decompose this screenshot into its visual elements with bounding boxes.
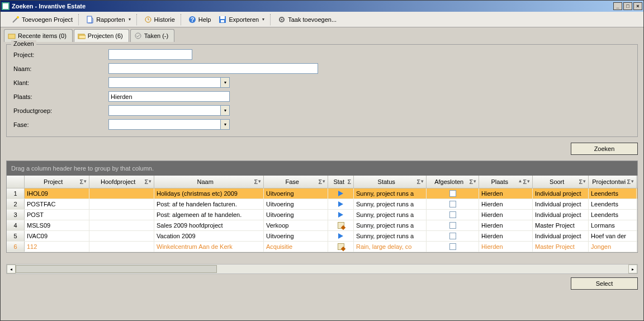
add-task-button[interactable]: Taak toevoegen... [274,15,340,25]
sigma-icon[interactable]: Σ [254,178,258,185]
chevron-down-icon[interactable]: ▾ [220,119,230,130]
help-button[interactable]: ? Help [185,15,215,25]
minimize-button[interactable]: _ [613,2,622,10]
sigma-icon[interactable]: Σ [144,178,148,185]
maximize-button[interactable]: □ [623,2,632,10]
svg-rect-9 [221,20,224,22]
table-cell: Individual project [533,188,589,199]
table-row[interactable]: 3POSTPost: algemeen af te handelen.Uitvo… [7,210,637,220]
sigma-icon[interactable]: Σ [523,178,527,185]
col-fase[interactable]: FaseΣ▾ [264,176,328,188]
col-projectontw[interactable]: ProjectontwiΣ▾ [589,176,637,188]
svg-text:?: ? [190,16,194,23]
tab-tasks[interactable]: Taken (-) [130,29,174,42]
klant-combo[interactable]: ▾ [108,77,230,88]
svg-rect-3 [87,16,92,23]
table-cell: Sales 2009 hoofdproject [154,220,264,230]
scroll-left-button[interactable]: ◂ [7,265,16,273]
sigma-icon[interactable]: Σ [627,178,631,185]
table-cell: Holidays (christmas etc) 2009 [154,188,264,199]
grid-group-bar[interactable]: Drag a column header here to group by th… [7,161,637,176]
col-hoofdproject[interactable]: HoofdprojectΣ▾ [89,176,154,188]
export-button[interactable]: Exporteren ▾ [215,15,268,25]
col-naam[interactable]: NaamΣ▾ [154,176,264,188]
play-icon [338,233,343,239]
close-button[interactable]: × [633,2,642,10]
table-cell: Sunny, project runs a [354,199,427,209]
chevron-down-icon[interactable]: ▾ [220,105,230,116]
chevron-down-icon[interactable]: ▾ [220,77,230,88]
checkbox[interactable] [449,211,456,218]
table-cell: IVAC09 [25,231,89,241]
col-soort[interactable]: SoortΣ▾ [533,176,589,188]
col-afgesloten[interactable]: AfgeslotenΣ▾ [427,176,479,188]
table-cell: MSLS09 [25,220,89,230]
table-row[interactable]: 2POSTFACPost: af te handelen facturen.Ui… [7,199,637,210]
table-cell [328,210,354,220]
filter-icon[interactable]: ▾ [323,178,325,185]
productgroep-combo-input[interactable] [108,105,220,116]
sigma-icon[interactable]: Σ [318,178,322,185]
table-cell: 5 [7,231,25,241]
table-cell: 1 [7,188,25,199]
fase-combo[interactable]: ▾ [108,119,230,130]
sigma-icon[interactable]: Σ [416,178,420,185]
checkbox[interactable] [449,233,456,239]
fase-combo-input[interactable] [108,119,220,130]
filter-icon[interactable]: ▾ [527,178,530,185]
filter-icon[interactable]: ▾ [631,178,634,185]
plaats-input[interactable] [108,91,230,102]
table-row[interactable]: 5IVAC09Vacation 2009UitvoeringSunny, pro… [7,231,637,242]
history-button[interactable]: Historie [141,15,178,25]
tab-projects[interactable]: Projecten (6) [74,29,129,42]
table-row[interactable]: 6112Winkelcentrum Aan de KerkAcquisitieR… [7,242,637,252]
sigma-icon[interactable]: Σ [347,178,351,185]
table-cell: Hierden [479,242,533,252]
scroll-right-button[interactable]: ▸ [628,265,637,273]
horizontal-scrollbar[interactable]: ◂ ▸ [6,264,638,274]
project-input[interactable] [108,49,192,60]
table-cell [89,210,154,220]
table-row[interactable]: 4MSLS09Sales 2009 hoofdprojectVerkoopSun… [7,220,637,231]
col-status[interactable]: StatusΣ▾ [354,176,427,188]
productgroep-combo[interactable]: ▾ [108,105,230,116]
reports-button[interactable]: Rapporten ▾ [83,15,134,25]
filter-icon[interactable]: ▾ [149,178,151,185]
col-rownum[interactable] [7,176,25,188]
filter-icon[interactable]: ▾ [258,178,261,185]
table-cell: IHOL09 [25,188,89,199]
table-cell [328,231,354,241]
add-project-button[interactable]: Toevoegen Project [8,15,76,25]
table-cell: Post: af te handelen facturen. [154,199,264,209]
sigma-icon[interactable]: Σ [79,178,83,185]
table-row[interactable]: 1IHOL09Holidays (christmas etc) 2009Uitv… [7,188,637,199]
search-button-label: Zoeken [594,145,615,152]
col-plaats[interactable]: Plaats▲Σ▾ [479,176,533,188]
klant-combo-input[interactable] [108,77,220,88]
app-window: Zoeken - Invantive Estate _ □ × Toevoege… [0,0,644,321]
col-stat[interactable]: StatΣ [328,176,354,188]
table-cell: Hierden [479,188,533,199]
checkbox[interactable] [449,243,456,250]
filter-icon[interactable]: ▾ [421,178,424,185]
sigma-icon[interactable]: Σ [469,178,473,185]
table-cell [89,199,154,209]
play-icon [338,191,343,196]
filter-icon[interactable]: ▾ [473,178,476,185]
checkbox[interactable] [449,222,456,229]
sigma-icon[interactable]: Σ [579,178,583,185]
table-cell [328,188,354,199]
checkbox[interactable] [449,190,456,197]
col-project[interactable]: ProjectΣ▾ [25,176,89,188]
filter-icon[interactable]: ▾ [84,178,87,185]
select-button[interactable]: Select [571,277,638,290]
checkbox[interactable] [449,201,456,207]
svg-rect-1 [3,3,8,9]
search-button[interactable]: Zoeken [571,143,638,155]
table-cell [427,188,479,199]
sort-asc-icon[interactable]: ▲ [518,178,522,185]
filter-icon[interactable]: ▾ [583,178,586,185]
naam-input[interactable] [108,63,318,74]
scroll-thumb[interactable] [16,265,217,273]
window-title: Zoeken - Invantive Estate [12,3,613,10]
